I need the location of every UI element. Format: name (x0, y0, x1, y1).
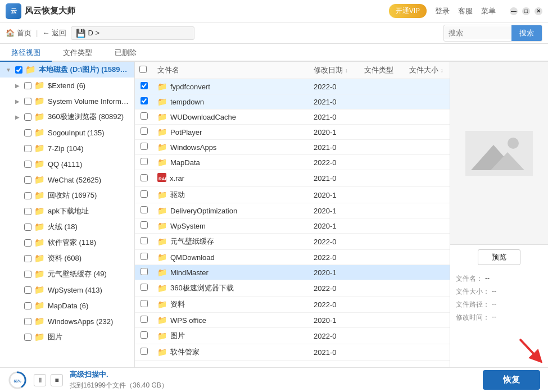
sidebar-check-qq[interactable] (24, 161, 31, 168)
sidebar-check-apk[interactable] (24, 208, 31, 215)
tab-file-type[interactable]: 文件类型 (52, 45, 103, 62)
row-checkbox[interactable] (141, 331, 148, 339)
sidebar-check-sogouinput[interactable] (24, 129, 31, 136)
sidebar-check-recycle[interactable] (24, 192, 31, 199)
sidebar-check-mapdata[interactable] (24, 302, 31, 309)
sidebar-item-ruanjian[interactable]: 📁 软件管家 (118) (0, 235, 134, 250)
sidebar-item-tupian[interactable]: 📁 图片 (0, 329, 134, 345)
window-controls: — □ ✕ (510, 7, 542, 15)
file-date: 2020-1 (309, 313, 360, 328)
search-input[interactable] (444, 26, 511, 39)
support-link[interactable]: 客服 (458, 6, 473, 16)
folder-icon: 📁 (34, 238, 45, 248)
menu-link[interactable]: 菜单 (481, 6, 496, 16)
sidebar-item-system-volume[interactable]: ▶ 📁 System Volume Information | (0, 93, 134, 109)
row-checkbox[interactable] (141, 300, 148, 307)
row-checkbox[interactable] (141, 284, 148, 291)
expand-icon (13, 207, 21, 215)
file-size (405, 344, 450, 361)
row-checkbox[interactable] (141, 316, 148, 323)
sidebar-item-sogouinput[interactable]: 📁 SogouInput (135) (0, 125, 134, 140)
file-type (360, 218, 405, 234)
restore-button[interactable]: 恢复 (483, 370, 540, 390)
sidebar-check-extend[interactable] (24, 82, 31, 89)
row-checkbox[interactable] (141, 174, 148, 181)
col-header-date[interactable]: 修改日期 ↕ (309, 62, 360, 79)
folder-icon: 📁 (34, 80, 45, 90)
row-checkbox[interactable] (141, 221, 148, 229)
sidebar-item-wechat[interactable]: 📁 WeChat (52625) (0, 172, 134, 188)
login-link[interactable]: 登录 (435, 6, 450, 16)
sidebar-check-wallpaper[interactable] (24, 271, 31, 278)
sidebar-item-local-disk[interactable]: ▼ 📁 本地磁盘 (D:\图片) (158999) (0, 62, 134, 78)
back-nav[interactable]: ← 返回 (42, 28, 66, 38)
col-header-size[interactable]: 文件大小 ↕ (405, 62, 450, 79)
row-checkbox[interactable] (141, 82, 148, 89)
tab-path-view[interactable]: 路径视图 (0, 45, 52, 62)
sidebar-item-extend[interactable]: ▶ 📁 $Extend (6) (0, 78, 134, 93)
sidebar-check-ruanjian[interactable] (24, 239, 31, 247)
maximize-button[interactable]: □ (522, 7, 530, 15)
sidebar-item-360browser[interactable]: ▶ 📁 360极速浏览器 (80892) (0, 109, 134, 125)
row-checkbox[interactable] (141, 97, 148, 104)
sidebar-item-windowsapps[interactable]: 📁 WindowsApps (232) (0, 313, 134, 329)
col-header-check (135, 62, 153, 79)
expand-icon (13, 160, 21, 168)
sidebar-check-wpsystem[interactable] (24, 286, 31, 294)
sidebar-item-wpsystem[interactable]: 📁 WpSystem (413) (0, 282, 134, 298)
file-type (360, 125, 405, 140)
sidebar-check-tupian[interactable] (24, 334, 31, 341)
sidebar-check-wechat[interactable] (24, 176, 31, 184)
pause-button[interactable]: ⏸ (34, 374, 46, 386)
file-name-text: DeliveryOptimization (170, 207, 237, 215)
sidebar-item-wallpaper[interactable]: 📁 元气壁纸缓存 (49) (0, 266, 134, 282)
sidebar-check-ziliao[interactable] (24, 255, 31, 262)
preview-button[interactable]: 预览 (478, 249, 520, 265)
tab-deleted[interactable]: 已删除 (103, 45, 148, 62)
search-button[interactable]: 搜索 (511, 25, 542, 41)
sidebar-item-ziliao[interactable]: 📁 资料 (608) (0, 250, 134, 266)
sort-icon: ↕ (441, 67, 443, 74)
sidebar-item-apk[interactable]: 📁 apk下载地址 (0, 203, 134, 219)
file-name-cell: 📁WindowsApps (157, 143, 305, 152)
row-checkbox[interactable] (141, 268, 148, 275)
vip-button[interactable]: 开通VIP (389, 4, 427, 18)
sidebar-check-local-disk[interactable] (15, 66, 22, 74)
row-checkbox[interactable] (141, 253, 148, 260)
row-checkbox[interactable] (141, 127, 148, 135)
row-checkbox[interactable] (141, 206, 148, 213)
row-checkbox[interactable] (141, 112, 148, 120)
sidebar-item-label: 元气壁纸缓存 (49) (48, 269, 130, 279)
sidebar-item-7zip[interactable]: 📁 7-Zip (104) (0, 140, 134, 156)
sidebar-check-7zip[interactable] (24, 145, 31, 152)
stop-button[interactable]: ■ (51, 374, 63, 386)
folder-icon: 📁 (34, 175, 45, 185)
table-row: RARx.rar2021-0 (135, 170, 450, 187)
sidebar-check-system-volume[interactable] (24, 98, 31, 105)
file-size (405, 313, 450, 328)
sidebar-item-qq[interactable]: 📁 QQ (4111) (0, 156, 134, 172)
row-checkbox[interactable] (141, 143, 148, 150)
sidebar-check-360browser[interactable] (24, 113, 31, 121)
home-nav[interactable]: 🏠 首页 (6, 28, 31, 38)
sidebar-item-huoyun[interactable]: 📁 火绒 (18) (0, 219, 134, 235)
sidebar-item-mapdata[interactable]: 📁 MapData (6) (0, 298, 134, 313)
folder-icon: 📁 (34, 332, 45, 342)
close-button[interactable]: ✕ (535, 7, 542, 15)
row-checkbox[interactable] (141, 348, 148, 355)
path-bar[interactable]: 💾 D > (71, 26, 194, 40)
file-name-cell: 📁tempdown (157, 97, 305, 106)
select-all-checkbox[interactable] (139, 66, 147, 73)
row-checkbox[interactable] (141, 190, 148, 198)
minimize-button[interactable]: — (510, 7, 518, 15)
row-checkbox[interactable] (141, 158, 148, 165)
sidebar-item-recycle[interactable]: 📁 回收站 (16975) (0, 188, 134, 203)
sidebar-check-windowsapps[interactable] (24, 318, 31, 325)
row-checkbox[interactable] (141, 237, 148, 244)
col-header-type: 文件类型 (360, 62, 405, 79)
sidebar-item-label: WindowsApps (232) (48, 317, 130, 326)
folder-icon: 📁 (157, 284, 167, 293)
file-name-cell: 📁fypdfconvert (157, 82, 305, 91)
file-name-text: 图片 (170, 331, 185, 341)
sidebar-check-huoyun[interactable] (24, 224, 31, 231)
